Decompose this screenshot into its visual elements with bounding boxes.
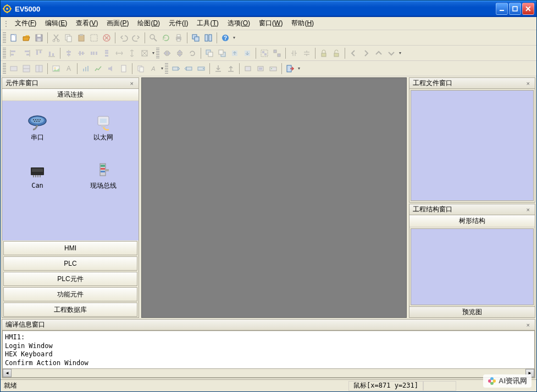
new-button[interactable]: [8, 32, 20, 44]
connection-header[interactable]: 通讯连接: [2, 89, 139, 101]
same-size-button[interactable]: [139, 47, 151, 59]
nudge-left-button[interactable]: [347, 47, 359, 59]
toolbar-grip-icon[interactable]: [156, 48, 159, 59]
undo-button[interactable]: [118, 32, 130, 44]
menu-view[interactable]: 查看(V): [71, 18, 102, 29]
menu-screen[interactable]: 画面(P): [102, 18, 133, 29]
bring-front-button[interactable]: [203, 47, 215, 59]
project-files-body[interactable]: [411, 90, 534, 201]
delete-button[interactable]: [101, 32, 113, 44]
menu-edit[interactable]: 编辑(E): [41, 18, 71, 29]
scroll-left-icon[interactable]: ◄: [3, 369, 12, 377]
minimize-button[interactable]: [496, 3, 508, 15]
menu-window[interactable]: 窗口(W): [254, 18, 287, 29]
height-short-button[interactable]: [301, 47, 313, 59]
copy-button[interactable]: [63, 32, 75, 44]
toolbar-grip-icon[interactable]: [3, 32, 6, 43]
connection-can[interactable]: Can: [7, 154, 68, 198]
connection-fieldbus[interactable]: 现场总线: [73, 154, 134, 198]
flip-h-button[interactable]: [161, 47, 173, 59]
align-right-button[interactable]: [20, 47, 32, 59]
workspace-canvas[interactable]: [141, 77, 407, 318]
preview-footer[interactable]: 预览图: [409, 306, 535, 317]
distribute-v-button[interactable]: [101, 47, 113, 59]
toolbar-grip-icon[interactable]: [3, 48, 6, 59]
toolbar-overflow-icon[interactable]: ▾: [297, 63, 301, 74]
exit-button[interactable]: [284, 63, 296, 75]
component-button-2[interactable]: [20, 63, 32, 75]
component-button-1[interactable]: [8, 63, 20, 75]
panel-close-icon[interactable]: ×: [525, 80, 532, 87]
component-sound-button[interactable]: [105, 63, 117, 75]
help-button[interactable]: ?: [219, 32, 231, 44]
menu-parts[interactable]: 元件(I): [164, 18, 192, 29]
toolbar-overflow-icon[interactable]: ▾: [151, 48, 156, 59]
tree-header[interactable]: 树形结构: [409, 215, 535, 227]
nudge-up-button[interactable]: [373, 47, 385, 59]
device-button-3[interactable]: [267, 63, 279, 75]
component-button-3[interactable]: [33, 63, 45, 75]
menu-options[interactable]: 选项(O): [223, 18, 254, 29]
tag-button-1[interactable]: [170, 63, 182, 75]
component-chart-button[interactable]: [80, 63, 92, 75]
nudge-right-button[interactable]: [360, 47, 372, 59]
component-trend-button[interactable]: [92, 63, 104, 75]
upload-button[interactable]: [225, 63, 237, 75]
compile-output[interactable]: HMI1: Login Window HEX Keyboard Confirm …: [2, 331, 535, 369]
panel-close-icon[interactable]: ×: [525, 206, 532, 213]
align-left-button[interactable]: [8, 47, 20, 59]
category-plc[interactable]: PLC: [3, 256, 137, 271]
toolbar-grip-icon[interactable]: [165, 63, 168, 74]
toolbar-overflow-icon[interactable]: ▾: [232, 32, 236, 43]
ungroup-button[interactable]: [271, 47, 283, 59]
width-narrow-button[interactable]: [288, 47, 300, 59]
component-doc-button[interactable]: [118, 63, 130, 75]
distribute-h-button[interactable]: [88, 47, 100, 59]
menu-file[interactable]: 文件(F): [10, 18, 41, 29]
menu-tools[interactable]: 工具(T): [192, 18, 223, 29]
category-project-db[interactable]: 工程数据库: [3, 303, 137, 317]
group-button[interactable]: [258, 47, 270, 59]
find-button[interactable]: [147, 32, 159, 44]
open-button[interactable]: [20, 32, 32, 44]
panel-close-icon[interactable]: ×: [525, 322, 532, 328]
align-bottom-button[interactable]: [46, 47, 58, 59]
same-height-button[interactable]: [126, 47, 138, 59]
refresh-button[interactable]: [160, 32, 172, 44]
toolbar-grip-icon[interactable]: [3, 63, 6, 74]
tag-button-2[interactable]: [182, 63, 195, 75]
align-center-v-button[interactable]: [75, 47, 87, 59]
close-button[interactable]: ✕: [522, 3, 534, 15]
category-hmi[interactable]: HMI: [3, 241, 137, 255]
print-button[interactable]: [173, 32, 185, 44]
tag-button-3[interactable]: [195, 63, 207, 75]
component-copy-button[interactable]: [135, 63, 147, 75]
align-center-h-button[interactable]: [63, 47, 75, 59]
lock-button[interactable]: [318, 47, 330, 59]
category-plc-parts[interactable]: PLC元件: [3, 272, 137, 286]
toolbar-overflow-icon[interactable]: ▾: [398, 48, 402, 59]
flip-v-button[interactable]: [174, 47, 186, 59]
component-font-button[interactable]: A: [147, 63, 159, 75]
toolbar-overflow-icon[interactable]: ▾: [160, 63, 164, 74]
horizontal-scrollbar[interactable]: ◄ ►: [2, 369, 535, 378]
project-structure-body[interactable]: [411, 228, 534, 305]
save-button[interactable]: [33, 32, 45, 44]
paste-button[interactable]: [75, 32, 87, 44]
panel-close-icon[interactable]: ×: [129, 80, 135, 87]
window-cascade-button[interactable]: [190, 32, 202, 44]
align-top-button[interactable]: [33, 47, 45, 59]
unlock-button[interactable]: [330, 47, 342, 59]
bring-forward-button[interactable]: [229, 47, 241, 59]
send-backward-button[interactable]: [241, 47, 253, 59]
component-image-button[interactable]: [50, 63, 62, 75]
select-all-button[interactable]: [88, 32, 100, 44]
component-text-button[interactable]: A: [63, 63, 75, 75]
menu-help[interactable]: 帮助(H): [287, 18, 318, 29]
cut-button[interactable]: [50, 32, 62, 44]
nudge-down-button[interactable]: [385, 47, 397, 59]
device-button-1[interactable]: [242, 63, 254, 75]
menu-draw[interactable]: 绘图(D): [133, 18, 164, 29]
window-tile-button[interactable]: [202, 32, 214, 44]
download-button[interactable]: [212, 63, 224, 75]
